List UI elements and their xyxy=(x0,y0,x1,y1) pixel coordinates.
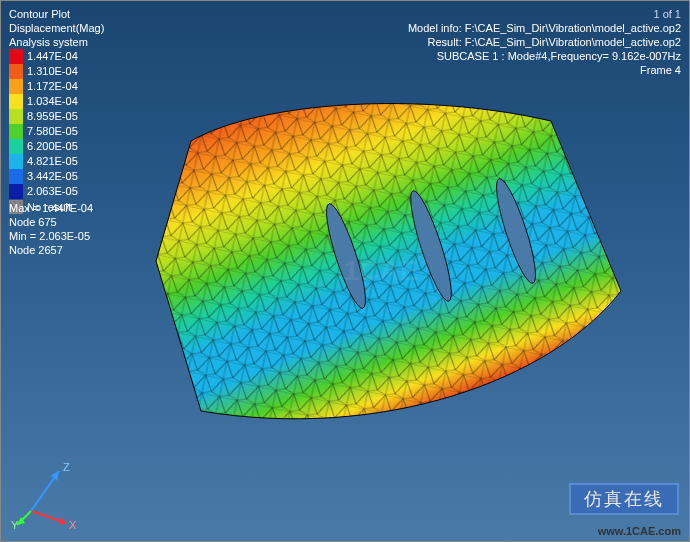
legend-row: 4.821E-05 xyxy=(9,154,78,169)
min-node: Node 2657 xyxy=(9,243,93,257)
legend-row: 1.310E-04 xyxy=(9,64,78,79)
color-legend: 1.447E-041.310E-041.172E-041.034E-048.95… xyxy=(9,49,78,214)
frame-info: Frame 4 xyxy=(408,63,681,77)
min-value: Min = 2.063E-05 xyxy=(9,229,93,243)
legend-row: 2.063E-05 xyxy=(9,184,78,199)
legend-value: 3.442E-05 xyxy=(25,169,78,184)
legend-value: 8.959E-05 xyxy=(25,109,78,124)
max-node: Node 675 xyxy=(9,215,93,229)
legend-value: 1.034E-04 xyxy=(25,94,78,109)
legend-swatch xyxy=(9,184,23,199)
legend-swatch xyxy=(9,94,23,109)
legend-row: 3.442E-05 xyxy=(9,169,78,184)
model-info: Model info: F:\CAE_Sim_Dir\Vibration\mod… xyxy=(408,21,681,35)
header-left: Contour Plot Displacement(Mag) Analysis … xyxy=(9,7,104,49)
legend-value: 4.821E-05 xyxy=(25,154,78,169)
legend-swatch xyxy=(9,49,23,64)
svg-marker-4 xyxy=(59,517,66,525)
legend-value: 1.447E-04 xyxy=(25,49,78,64)
legend-value: 7.580E-05 xyxy=(25,124,78,139)
legend-row: 1.447E-04 xyxy=(9,49,78,64)
axis-x-label: X xyxy=(69,519,77,531)
subcase-info: SUBCASE 1 : Mode#4,Frequency= 9.162e-007… xyxy=(408,49,681,63)
brand-banner: 仿真在线 xyxy=(569,483,679,515)
contour-mesh xyxy=(121,81,641,461)
legend-row: 1.034E-04 xyxy=(9,94,78,109)
legend-row: 1.172E-04 xyxy=(9,79,78,94)
legend-row: 6.200E-05 xyxy=(9,139,78,154)
plot-quantity: Displacement(Mag) xyxy=(9,21,104,35)
analysis-system: Analysis system xyxy=(9,35,104,49)
legend-swatch xyxy=(9,124,23,139)
legend-row: 8.959E-05 xyxy=(9,109,78,124)
legend-swatch xyxy=(9,79,23,94)
minmax-stats: Max = 1.447E-04 Node 675 Min = 2.063E-05… xyxy=(9,201,93,257)
legend-swatch xyxy=(9,169,23,184)
plot-title: Contour Plot xyxy=(9,7,104,21)
axis-triad[interactable]: X Y Z xyxy=(11,451,91,531)
legend-swatch xyxy=(9,139,23,154)
result-info: Result: F:\CAE_Sim_Dir\Vibration\model_a… xyxy=(408,35,681,49)
axis-z-label: Z xyxy=(63,461,70,473)
watermark-url: www.1CAE.com xyxy=(598,525,681,537)
legend-value: 1.310E-04 xyxy=(25,64,78,79)
legend-value: 6.200E-05 xyxy=(25,139,78,154)
legend-swatch xyxy=(9,109,23,124)
page-counter: 1 of 1 xyxy=(408,7,681,21)
max-value: Max = 1.447E-04 xyxy=(9,201,93,215)
legend-swatch xyxy=(9,154,23,169)
legend-value: 2.063E-05 xyxy=(25,184,78,199)
legend-swatch xyxy=(9,64,23,79)
axis-y-label: Y xyxy=(11,519,19,531)
header-right: 1 of 1 Model info: F:\CAE_Sim_Dir\Vibrat… xyxy=(408,7,681,77)
model-viewport[interactable]: 1CAE xyxy=(121,81,641,461)
legend-row: 7.580E-05 xyxy=(9,124,78,139)
legend-value: 1.172E-04 xyxy=(25,79,78,94)
